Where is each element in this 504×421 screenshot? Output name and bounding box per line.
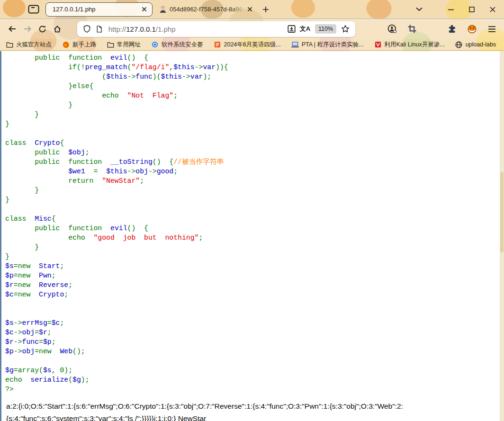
translate-icon[interactable]: 文A bbox=[298, 23, 312, 35]
bookmark-item[interactable]: 利用Kali Linux开展渗... bbox=[374, 41, 445, 49]
code-line: }else{ bbox=[5, 81, 504, 91]
chevron-down-icon[interactable] bbox=[413, 3, 425, 16]
bookmark-star-icon[interactable] bbox=[339, 23, 351, 35]
code-line: ($this->func)($this->var); bbox=[5, 72, 504, 81]
code-line: class Misc{ bbox=[5, 214, 504, 224]
bookmark-label: PTA | 程序设计类实验... bbox=[302, 41, 364, 49]
code-line: $r=new Reverse; bbox=[5, 280, 504, 290]
code-line: return "NewStar"; bbox=[5, 176, 504, 186]
menu-hamburger-icon[interactable] bbox=[484, 21, 499, 36]
code-line: $p=new Pwn; bbox=[5, 271, 504, 280]
code-line bbox=[5, 356, 504, 366]
bookmark-item[interactable]: 2024年6月英语四级... bbox=[214, 41, 281, 49]
code-line: $we1 = $this->obj->good; bbox=[5, 167, 504, 176]
bookmark-item[interactable]: 新手上路 bbox=[62, 41, 96, 49]
download-icon[interactable] bbox=[286, 23, 298, 35]
minimize-button[interactable] bbox=[442, 2, 459, 17]
code-line: echo "Not Flag"; bbox=[5, 91, 504, 100]
url-host: 127.0.0.1 bbox=[126, 25, 156, 33]
orange-doc-icon bbox=[214, 41, 221, 48]
code-line: $c=new Crypto; bbox=[5, 290, 504, 299]
browser-chrome: 127.0.0.1/1.php 054d8962-f758-457d-8a96-… bbox=[0, 0, 504, 51]
code-line: $s->errMsg=$c; bbox=[5, 318, 504, 328]
code-line: public $obj; bbox=[5, 148, 504, 157]
code-line: } bbox=[5, 195, 504, 205]
bookmark-item[interactable]: PTA | 程序设计类实验... bbox=[291, 41, 364, 49]
code-line bbox=[5, 205, 504, 214]
page-content: public function evil() { if(!preg_match(… bbox=[0, 51, 504, 421]
toolbar-right bbox=[380, 21, 499, 36]
firefox-icon bbox=[62, 41, 70, 48]
maximize-button[interactable] bbox=[463, 2, 480, 17]
code-line: } bbox=[5, 110, 504, 119]
code-line: $r->func=$p; bbox=[5, 337, 504, 347]
code-line: $g=array($s, 0); bbox=[5, 366, 504, 375]
tab-title: 054d8962-f758-457d-8a96-2 bbox=[170, 6, 245, 13]
reload-icon[interactable] bbox=[35, 21, 50, 36]
code-line bbox=[5, 129, 504, 138]
serialized-output: a:2:{i:0;O:5:"Start":1:{s:6:"errMsg";O:6… bbox=[6, 400, 504, 421]
jenkins-butler-icon bbox=[159, 6, 167, 13]
browser-window: 127.0.0.1/1.php 054d8962-f758-457d-8a96-… bbox=[0, 0, 504, 421]
tab-inactive[interactable]: 054d8962-f758-457d-8a96-2 bbox=[157, 2, 256, 17]
bookmark-label: 常用网址 bbox=[117, 41, 141, 49]
bookmark-item[interactable]: upload-labs bbox=[455, 41, 496, 48]
php-code: public function evil() { if(!preg_match(… bbox=[5, 53, 504, 394]
nav-toolbar: http://127.0.0.1/1.php 文A 110% bbox=[0, 19, 504, 39]
code-line: class Crypto{ bbox=[5, 138, 504, 148]
kali-icon bbox=[374, 41, 382, 48]
pta-icon bbox=[291, 41, 299, 48]
shield-icon[interactable] bbox=[81, 23, 93, 35]
zoom-level-badge[interactable]: 110% bbox=[315, 24, 336, 34]
back-icon[interactable] bbox=[5, 21, 20, 36]
globe-icon bbox=[455, 41, 463, 48]
bookmark-label: 火狐官方站点 bbox=[16, 41, 52, 49]
bookmarks-bar: 火狐官方站点新手上路常用网址软件系统安全赛2024年6月英语四级...PTA |… bbox=[0, 39, 504, 51]
code-line: $s=new Start; bbox=[5, 261, 504, 271]
bookmark-label: 利用Kali Linux开展渗... bbox=[385, 41, 445, 49]
blue-badge-icon bbox=[151, 41, 159, 48]
bookmark-item[interactable]: 火狐官方站点 bbox=[6, 41, 52, 49]
bookmark-item[interactable]: 软件系统安全赛 bbox=[151, 41, 203, 49]
code-line: public function __toString() {//被当作字符串 bbox=[5, 157, 504, 167]
code-line bbox=[5, 299, 504, 309]
code-line: $c->obj=$r; bbox=[5, 328, 504, 337]
extension-fox-icon[interactable] bbox=[464, 21, 479, 36]
url-path: /1.php bbox=[156, 25, 176, 33]
scrollbar-track[interactable] bbox=[500, 51, 504, 421]
tab-title: 127.0.0.1/1.php bbox=[53, 6, 140, 13]
url-bar[interactable]: http://127.0.0.1/1.php 文A 110% bbox=[77, 21, 355, 37]
bookmarks-items: 火狐官方站点新手上路常用网址软件系统安全赛2024年6月英语四级...PTA |… bbox=[6, 41, 504, 49]
tab-active[interactable]: 127.0.0.1/1.php bbox=[45, 2, 153, 17]
serialized-line-2: {s:4:"func":s:6:"system":s:3:"var":s:4:"… bbox=[6, 412, 504, 421]
firefox-view-icon[interactable] bbox=[27, 3, 41, 16]
new-tab-button[interactable] bbox=[260, 3, 272, 16]
code-line: public function evil() { bbox=[5, 53, 504, 63]
code-line: if(!preg_match("/flag/i",$this->var)){ bbox=[5, 63, 504, 72]
bookmark-label: 2024年6月英语四级... bbox=[224, 41, 281, 49]
code-line: public function evil() { bbox=[5, 224, 504, 233]
folder-icon bbox=[107, 41, 114, 48]
close-icon[interactable] bbox=[245, 5, 254, 14]
folder-icon bbox=[6, 41, 13, 48]
screenshot-crop-icon[interactable] bbox=[405, 21, 420, 36]
close-window-button[interactable] bbox=[484, 2, 501, 17]
home-icon[interactable] bbox=[50, 21, 65, 36]
close-icon[interactable] bbox=[140, 5, 148, 14]
bookmark-item[interactable]: 常用网址 bbox=[107, 41, 141, 49]
extension-puzzle-icon[interactable] bbox=[444, 21, 459, 36]
code-line bbox=[5, 309, 504, 318]
forward-icon[interactable] bbox=[20, 21, 35, 36]
bookmark-label: upload-labs bbox=[466, 41, 496, 48]
bookmark-label: 新手上路 bbox=[72, 41, 96, 49]
code-line: } bbox=[5, 252, 504, 261]
page-info-icon[interactable] bbox=[93, 23, 106, 35]
url-text[interactable]: http://127.0.0.1/1.php bbox=[108, 25, 286, 33]
bookmark-label: 软件系统安全赛 bbox=[162, 41, 203, 49]
scrollbar-thumb[interactable] bbox=[500, 172, 504, 252]
code-line: echo "good job but nothing"; bbox=[5, 233, 504, 242]
code-line: } bbox=[5, 242, 504, 252]
code-line: echo serialize($g); bbox=[5, 375, 504, 385]
code-line: } bbox=[5, 119, 504, 129]
account-icon[interactable] bbox=[385, 21, 400, 36]
